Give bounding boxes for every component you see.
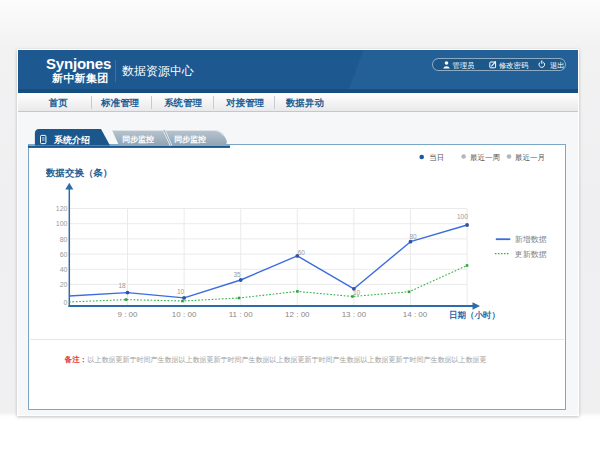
svg-text:0: 0 — [64, 299, 68, 306]
svg-text:40: 40 — [60, 266, 68, 273]
svg-text:100: 100 — [56, 220, 68, 227]
svg-text:备注：: 备注： — [64, 355, 87, 364]
svg-text:当日: 当日 — [429, 153, 444, 162]
svg-text:日期（小时）: 日期（小时） — [449, 310, 500, 320]
svg-text:同步监控: 同步监控 — [174, 135, 206, 144]
svg-text:11 : 00: 11 : 00 — [229, 310, 253, 319]
svg-text:更新数据: 更新数据 — [515, 250, 547, 259]
svg-text:最近一周: 最近一周 — [470, 153, 500, 162]
svg-text:最近一月: 最近一月 — [515, 153, 545, 162]
svg-text:10: 10 — [177, 288, 185, 295]
svg-text:80: 80 — [60, 236, 68, 243]
svg-text:18: 18 — [118, 282, 126, 289]
svg-text:系统介绍: 系统介绍 — [53, 134, 90, 144]
svg-text:120: 120 — [56, 205, 68, 212]
svg-text:新增数据: 新增数据 — [515, 235, 547, 244]
svg-text:35: 35 — [233, 271, 241, 278]
svg-text:80: 80 — [409, 233, 417, 240]
svg-text:14 : 00: 14 : 00 — [403, 310, 428, 319]
svg-text:以上数据更新于时间产生数据以上数据更新于时间产生数据以上数据: 以上数据更新于时间产生数据以上数据更新于时间产生数据以上数据更新于时间产生数据以… — [88, 355, 487, 364]
svg-text:12 : 00: 12 : 00 — [285, 310, 310, 319]
svg-text:100: 100 — [457, 213, 468, 220]
svg-text:数据交换（条）: 数据交换（条） — [45, 167, 113, 179]
svg-text:60: 60 — [298, 249, 306, 256]
svg-text:20: 20 — [60, 281, 68, 288]
svg-text:同步监控: 同步监控 — [122, 135, 154, 144]
svg-text:13 : 00: 13 : 00 — [342, 310, 367, 319]
svg-text:60: 60 — [60, 251, 68, 258]
svg-text:10: 10 — [353, 289, 361, 296]
svg-text:10 : 00: 10 : 00 — [172, 310, 197, 319]
svg-text:9 : 00: 9 : 00 — [117, 310, 138, 319]
